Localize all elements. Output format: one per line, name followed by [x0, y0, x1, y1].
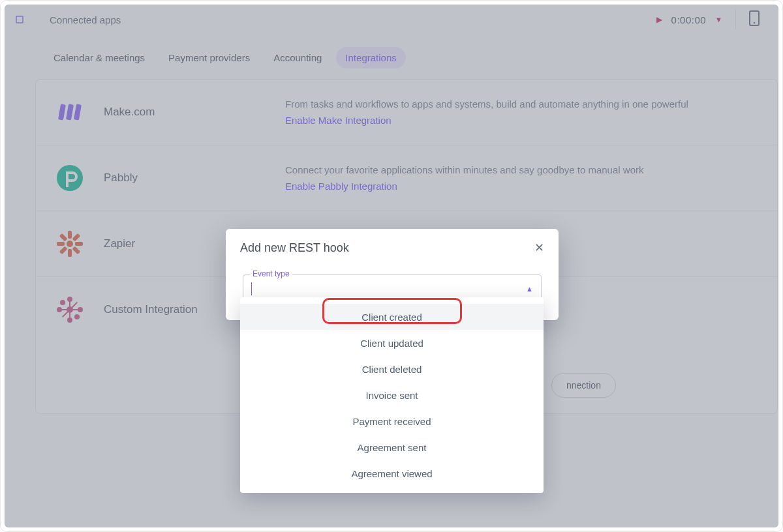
integration-name: Zapier	[104, 237, 135, 250]
svg-rect-11	[72, 233, 81, 242]
enable-make-link[interactable]: Enable Make Integration	[285, 115, 392, 126]
text-cursor	[251, 282, 252, 295]
svg-rect-7	[68, 231, 72, 239]
svg-rect-12	[59, 246, 68, 255]
svg-rect-14	[72, 246, 81, 255]
integration-name: Custom Integration	[104, 303, 198, 316]
svg-rect-13	[59, 233, 68, 242]
phone-icon[interactable]	[749, 10, 760, 29]
svg-rect-4	[74, 104, 82, 120]
svg-point-21	[74, 314, 80, 319]
tab-payment-providers[interactable]: Payment providers	[159, 47, 259, 68]
option-client-deleted[interactable]: Client deleted	[240, 356, 544, 382]
timer-caret-icon[interactable]: ▼	[715, 16, 722, 23]
close-icon[interactable]: ✕	[534, 241, 544, 255]
test-connection-button[interactable]: nnection	[551, 373, 616, 398]
svg-point-6	[67, 241, 73, 247]
integration-name: Make.com	[104, 106, 155, 119]
pabbly-logo-icon	[53, 161, 87, 195]
integration-row-make: Make.com From tasks and workflows to app…	[36, 80, 777, 145]
modal-title: Add new REST hook	[240, 241, 349, 255]
svg-point-5	[57, 165, 83, 191]
caret-up-icon: ▲	[526, 285, 533, 293]
svg-point-20	[60, 300, 65, 305]
play-icon[interactable]: ▶	[656, 15, 662, 24]
integration-desc: From tasks and workflows to apps and sys…	[285, 98, 760, 110]
event-type-label: Event type	[250, 269, 292, 278]
app-icon	[16, 16, 23, 23]
option-payment-received[interactable]: Payment received	[240, 408, 544, 434]
svg-rect-2	[58, 104, 66, 120]
tabs: Calendar & meetings Payment providers Ac…	[5, 34, 778, 79]
custom-integration-logo-icon	[53, 293, 87, 327]
integration-desc: Connect your favorite applications withi…	[285, 164, 760, 175]
option-client-created[interactable]: Client created	[240, 304, 544, 330]
option-agreement-sent[interactable]: Agreement sent	[240, 434, 544, 460]
svg-rect-9	[57, 242, 65, 246]
integration-name: Pabbly	[104, 171, 138, 185]
timer-value: 0:00:00	[671, 14, 707, 25]
page-title: Connected apps	[50, 14, 121, 25]
svg-rect-3	[66, 104, 74, 120]
topbar: Connected apps ▶ 0:00:00 ▼	[5, 5, 778, 34]
event-type-dropdown: Client created Client updated Client del…	[240, 297, 544, 493]
option-client-updated[interactable]: Client updated	[240, 330, 544, 356]
make-logo-icon	[53, 95, 87, 129]
option-invoice-sent[interactable]: Invoice sent	[240, 382, 544, 408]
divider	[735, 10, 736, 29]
enable-pabbly-link[interactable]: Enable Pabbly Integration	[285, 181, 397, 192]
svg-point-1	[754, 22, 756, 24]
svg-rect-8	[68, 249, 72, 257]
zapier-logo-icon	[53, 227, 87, 261]
option-agreement-viewed[interactable]: Agreement viewed	[240, 460, 544, 486]
tab-integrations[interactable]: Integrations	[336, 47, 405, 68]
integration-row-pabbly: Pabbly Connect your favorite application…	[36, 145, 777, 211]
svg-rect-10	[75, 242, 83, 246]
tab-calendar-meetings[interactable]: Calendar & meetings	[44, 47, 154, 68]
tab-accounting[interactable]: Accounting	[264, 47, 331, 68]
